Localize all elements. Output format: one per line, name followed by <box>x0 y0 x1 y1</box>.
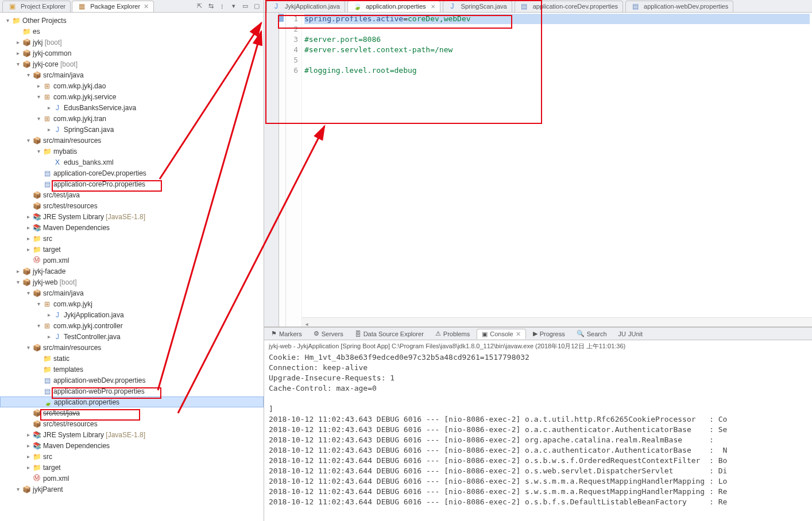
filter-icon[interactable]: ⫶ <box>218 2 227 11</box>
view-tab-data-source-explorer[interactable]: 🗄Data Source Explorer <box>350 329 428 339</box>
project-explorer-tab[interactable]: ▣ Project Explorer <box>2 1 71 12</box>
expand-icon[interactable]: ▾ <box>3 17 11 24</box>
tree-item[interactable]: ▤application-coreDev.properties <box>0 168 264 178</box>
collapse-icon[interactable]: ⇱ <box>195 2 204 11</box>
editor-tab[interactable]: 🍃application.properties✕ <box>347 1 440 12</box>
project-tree[interactable]: ▾📁Other Projects📁es▸📦jykj [boot]▸📦jykj-c… <box>0 13 264 521</box>
tree-item[interactable]: ▾📦src/main/java <box>0 287 264 298</box>
tree-item[interactable]: 🍃application.properties <box>0 396 264 407</box>
tree-item[interactable]: ▾📦jykj-core [boot] <box>0 59 264 69</box>
editor-tab[interactable]: ▤application-webDev.properties <box>625 1 733 12</box>
expand-icon[interactable]: ▸ <box>24 464 32 471</box>
tree-item[interactable]: ▸📚JRE System Library [JavaSE-1.8] <box>0 211 264 222</box>
tree-item[interactable]: ▾📦jykj-web [boot] <box>0 277 264 287</box>
expand-icon[interactable]: ▾ <box>34 301 42 307</box>
expand-icon[interactable]: ▾ <box>34 148 42 154</box>
code-line[interactable]: spring.profiles.active=coreDev,webDev <box>304 14 810 24</box>
tree-item[interactable]: Ⓜpom.xml <box>0 473 264 484</box>
view-tab-console[interactable]: ▣Console ✕ <box>477 329 525 339</box>
code-area[interactable]: spring.profiles.active=coreDev,webDev#se… <box>302 13 812 326</box>
expand-icon[interactable]: ▸ <box>14 268 22 274</box>
expand-icon[interactable]: ▾ <box>14 486 22 492</box>
view-tab-markers[interactable]: ⚑Markers <box>266 329 307 339</box>
editor-tab[interactable]: ▤application-coreDev.properties <box>515 1 623 12</box>
close-icon[interactable]: ✕ <box>431 3 435 10</box>
expand-icon[interactable]: ▸ <box>14 39 22 45</box>
code-line[interactable]: #server.servlet.context-path=/new <box>304 45 810 55</box>
minimize-icon[interactable]: ▭ <box>241 2 250 11</box>
close-icon[interactable]: ✕ <box>516 331 521 338</box>
tree-item[interactable]: ▸📁src <box>0 233 264 244</box>
tree-item[interactable]: ▸📁target <box>0 244 264 255</box>
expand-icon[interactable]: ▸ <box>45 104 53 111</box>
tree-item[interactable]: ▸📁target <box>0 462 264 473</box>
horizontal-scrollbar[interactable] <box>302 317 812 326</box>
expand-icon[interactable]: ▾ <box>14 279 22 285</box>
tree-item[interactable]: 📦src/test/resources <box>0 418 264 429</box>
expand-icon[interactable]: ▾ <box>14 61 22 67</box>
expand-icon[interactable]: ▸ <box>24 213 32 220</box>
tree-item[interactable]: ▤application-corePro.properties <box>0 178 264 189</box>
code-line[interactable] <box>304 24 810 34</box>
expand-icon[interactable]: ▾ <box>24 137 32 143</box>
tree-item[interactable]: 📦src/test/java <box>0 407 264 418</box>
tree-item[interactable]: 📁templates <box>0 364 264 375</box>
tree-item[interactable]: ▸📦jykj-common <box>0 48 264 59</box>
editor-tabbar[interactable]: JJykjApplication.java🍃application.proper… <box>264 0 812 13</box>
tree-item[interactable]: Ⓜpom.xml <box>0 255 264 266</box>
expand-icon[interactable]: ▾ <box>24 290 32 296</box>
expand-icon[interactable]: ▾ <box>34 322 42 329</box>
maximize-icon[interactable]: ▢ <box>252 2 261 11</box>
expand-icon[interactable]: ▸ <box>34 83 42 89</box>
console-output[interactable]: Cookie: Hm_1vt_4b38e63f9edced0e97c32b5a4… <box>264 352 812 507</box>
close-icon[interactable]: ✕ <box>144 3 149 10</box>
tree-item[interactable]: ▾📦src/main/resources <box>0 342 264 353</box>
view-tab-problems[interactable]: ⚠Problems <box>431 329 474 339</box>
tree-item[interactable]: ▾⊞com.wkp.jykj.service <box>0 91 264 102</box>
tree-item[interactable]: ▾📦src/main/resources <box>0 135 264 146</box>
expand-icon[interactable]: ▸ <box>45 126 53 133</box>
tree-item[interactable]: ▸📚Maven Dependencies <box>0 222 264 233</box>
tree-item[interactable]: ▸JTestController.java <box>0 331 264 342</box>
tree-item[interactable]: ▸📁src <box>0 451 264 462</box>
view-tab-search[interactable]: 🔍Search <box>572 329 612 339</box>
tree-item[interactable]: ▸📚JRE System Library [JavaSE-1.8] <box>0 429 264 440</box>
view-tab-servers[interactable]: ⚙Servers <box>309 329 348 339</box>
expand-icon[interactable]: ▸ <box>24 224 32 231</box>
tree-item[interactable]: ▤application-webPro.properties <box>0 386 264 396</box>
editor-tab[interactable]: JJykjApplication.java <box>266 1 345 12</box>
editor-tab[interactable]: JSpringScan.java <box>443 1 512 12</box>
expand-icon[interactable]: ▸ <box>24 235 32 242</box>
view-tab-junit[interactable]: JUJUnit <box>614 329 648 339</box>
tree-item[interactable]: ▸📦jykj-facade <box>0 266 264 277</box>
expand-icon[interactable]: ▸ <box>24 442 32 449</box>
tree-item[interactable]: ▸📚Maven Dependencies <box>0 440 264 451</box>
menu-icon[interactable]: ▾ <box>229 2 238 11</box>
tree-item[interactable]: ▸⊞com.wkp.jykj.dao <box>0 80 264 91</box>
tree-item[interactable]: ▸JJykjApplication.java <box>0 309 264 320</box>
tree-item[interactable]: ▾📁Other Projects <box>0 15 264 26</box>
code-line[interactable]: #logging.level.root=debug <box>304 65 810 76</box>
tree-item[interactable]: ▸JSpringScan.java <box>0 124 264 135</box>
expand-icon[interactable]: ▸ <box>24 453 32 460</box>
expand-icon[interactable]: ▸ <box>24 246 32 252</box>
expand-icon[interactable]: ▸ <box>24 431 32 438</box>
tree-item[interactable]: ▸JEdusBanksService.java <box>0 102 264 113</box>
expand-icon[interactable]: ▾ <box>34 115 42 122</box>
expand-icon[interactable]: ▾ <box>34 94 42 100</box>
tree-item[interactable]: ▾📦src/main/java <box>0 69 264 80</box>
expand-icon[interactable]: ▸ <box>14 50 22 56</box>
tree-item[interactable]: 📁es <box>0 26 264 37</box>
expand-icon[interactable]: ▾ <box>24 344 32 351</box>
expand-icon[interactable]: ▾ <box>24 72 32 78</box>
tree-item[interactable]: 📦src/test/java <box>0 189 264 200</box>
expand-icon[interactable]: ▸ <box>45 312 53 318</box>
tree-item[interactable]: ▾⊞com.wkp.jykj.tran <box>0 113 264 124</box>
tree-item[interactable]: 📁static <box>0 353 264 364</box>
tree-item[interactable]: 📦src/test/resources <box>0 200 264 211</box>
expand-icon[interactable]: ▸ <box>45 333 53 340</box>
code-line[interactable] <box>304 55 810 65</box>
tree-item[interactable]: ▾📁mybatis <box>0 146 264 157</box>
link-icon[interactable]: ⇆ <box>206 2 215 11</box>
tree-item[interactable]: Xedus_banks.xml <box>0 157 264 168</box>
